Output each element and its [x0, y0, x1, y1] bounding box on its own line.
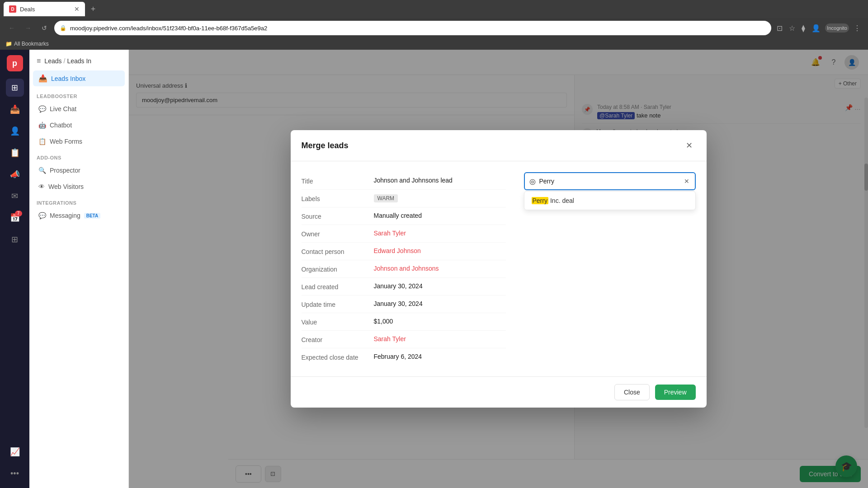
new-tab-button[interactable]: + — [87, 3, 99, 15]
sidebar-icon-mail[interactable]: ✉ — [6, 187, 24, 205]
prospector-label: Prospector — [50, 167, 80, 174]
prospector-icon: 🔍 — [38, 167, 46, 174]
app-container: p ⊞ 📥 👤 📋 📣 ✉ 📅 7 ⊞ 📈 ••• ≡ Leads / Lead… — [0, 50, 868, 488]
notification-count-badge: 7 — [15, 211, 22, 216]
chatbot-icon: 🤖 — [38, 122, 46, 129]
close-date-value: February 6, 2024 — [374, 353, 506, 360]
target-icon: ◎ — [529, 177, 536, 186]
profile-icon[interactable]: 👤 — [810, 22, 822, 34]
created-value: January 30, 2024 — [374, 282, 506, 290]
source-value: Manually created — [374, 212, 506, 219]
close-button[interactable]: Close — [614, 384, 650, 400]
created-label: Lead created — [302, 282, 374, 291]
breadcrumb: Leads / Leads In — [44, 57, 91, 65]
sidebar-item-live-chat[interactable]: 💬 Live Chat — [33, 102, 125, 116]
search-container: ◎ ✕ Perry Inc. deal — [524, 172, 696, 190]
extension-icon[interactable]: ⧫ — [800, 22, 807, 34]
modal-body: Title Johnson and Johnsons lead Labels W… — [291, 161, 707, 376]
tab-title: Deals — [20, 6, 35, 13]
sidebar-icon-leads[interactable]: 📥 — [6, 100, 24, 118]
sidebar-icon-megaphone[interactable]: 📣 — [6, 165, 24, 183]
web-forms-label: Web Forms — [50, 138, 82, 145]
modal-header: Merge leads ✕ — [291, 130, 707, 161]
modal-row-title: Title Johnson and Johnsons lead — [302, 172, 506, 190]
incognito-badge: Incognito — [825, 23, 849, 33]
forward-button[interactable]: → — [22, 22, 34, 34]
live-chat-icon: 💬 — [38, 105, 46, 113]
sidebar-item-leads-inbox[interactable]: 📥 Leads Inbox — [33, 70, 125, 86]
address-text: moodjoy.pipedrive.com/leads/inbox/51f234… — [70, 25, 766, 32]
sidebar-icon-contacts[interactable]: 👤 — [6, 122, 24, 140]
modal-overlay[interactable]: Merge leads ✕ Title Johnson and Johnsons… — [129, 50, 868, 488]
sidebar-icon-activities[interactable]: 📋 — [6, 144, 24, 162]
org-value[interactable]: Johnson and Johnsons — [374, 265, 506, 272]
app-logo[interactable]: p — [7, 55, 23, 71]
sidebar-item-web-visitors[interactable]: 👁 Web Visitors — [33, 179, 125, 194]
cast-icon[interactable]: ⊡ — [775, 22, 784, 34]
modal-footer: Close Preview — [291, 376, 707, 408]
modal-row-updated: Update time January 30, 2024 — [302, 296, 506, 313]
title-value: Johnson and Johnsons lead — [374, 177, 506, 184]
web-forms-icon: 📋 — [38, 138, 46, 145]
reload-button[interactable]: ↺ — [38, 22, 51, 34]
address-lock-icon: 🔒 — [60, 25, 66, 31]
modal-row-close-date: Expected close date February 6, 2024 — [302, 348, 506, 366]
inbox-icon: 📥 — [38, 74, 47, 83]
merge-leads-modal: Merge leads ✕ Title Johnson and Johnsons… — [291, 130, 707, 408]
owner-value[interactable]: Sarah Tyler — [374, 230, 506, 237]
search-clear-icon[interactable]: ✕ — [683, 177, 690, 186]
modal-row-created: Lead created January 30, 2024 — [302, 278, 506, 296]
sec-sidebar-header: ≡ Leads / Leads In — [29, 50, 128, 69]
modal-row-org: Organization Johnson and Johnsons — [302, 260, 506, 278]
org-label: Organization — [302, 265, 374, 273]
sidebar-item-web-forms[interactable]: 📋 Web Forms — [33, 134, 125, 149]
browser-chrome: D Deals ✕ + ← → ↺ 🔒 moodjoy.pipedrive.co… — [0, 0, 868, 50]
integrations-section-label: INTEGRATIONS — [29, 195, 128, 207]
merge-search-input[interactable] — [539, 178, 679, 185]
leadbooster-section-label: LEADBOOSTER — [29, 88, 128, 101]
menu-icon[interactable]: ⋮ — [852, 22, 863, 34]
close-date-label: Expected close date — [302, 353, 374, 361]
address-bar[interactable]: 🔒 moodjoy.pipedrive.com/leads/inbox/51f2… — [54, 21, 771, 35]
creator-value[interactable]: Sarah Tyler — [374, 335, 506, 343]
bookmark-icon[interactable]: ☆ — [787, 22, 797, 34]
modal-right-panel: ◎ ✕ Perry Inc. deal — [524, 172, 696, 366]
sidebar-icon-calendar[interactable]: 📅 7 — [6, 209, 24, 227]
back-button[interactable]: ← — [5, 22, 18, 34]
contact-value[interactable]: Edward Johnson — [374, 247, 506, 254]
sidebar-item-prospector[interactable]: 🔍 Prospector — [33, 163, 125, 178]
breadcrumb-inbox[interactable]: Leads In — [67, 57, 91, 65]
tab-favicon: D — [9, 5, 16, 13]
sidebar-icon-more[interactable]: ••• — [6, 465, 24, 483]
sidebar-icon-chart[interactable]: 📈 — [6, 443, 24, 461]
warm-badge: WARM — [374, 194, 398, 202]
sidebar-item-chatbot[interactable]: 🤖 Chatbot — [33, 118, 125, 132]
modal-close-button[interactable]: ✕ — [683, 139, 696, 152]
tab-close-icon[interactable]: ✕ — [74, 5, 80, 13]
breadcrumb-leads[interactable]: Leads — [44, 57, 61, 65]
bookmarks-bar: 📁 All Bookmarks — [0, 38, 868, 50]
search-dropdown: Perry Inc. deal — [524, 191, 696, 210]
secondary-sidebar: ≡ Leads / Leads In 📥 Leads Inbox LEADBOO… — [29, 50, 129, 488]
sidebar-icon-grid[interactable]: ⊞ — [6, 230, 24, 249]
highlight-perry: Perry — [532, 197, 548, 204]
sidebar-item-messaging[interactable]: 💬 Messaging BETA — [33, 208, 125, 223]
all-bookmarks-link[interactable]: 📁 All Bookmarks — [5, 41, 49, 47]
web-visitors-label: Web Visitors — [48, 183, 84, 190]
source-label: Source — [302, 212, 374, 220]
preview-button[interactable]: Preview — [655, 385, 696, 400]
modal-row-creator: Creator Sarah Tyler — [302, 331, 506, 348]
modal-title: Merge leads — [302, 141, 349, 150]
live-chat-label: Live Chat — [50, 105, 76, 113]
sidebar-icon-home[interactable]: ⊞ — [6, 79, 24, 97]
modal-row-value: Value $1,000 — [302, 313, 506, 331]
sidebar-menu-icon[interactable]: ≡ — [37, 57, 41, 65]
addons-section-label: ADD-ONS — [29, 150, 128, 162]
value-value: $1,000 — [374, 318, 506, 325]
browser-tab[interactable]: D Deals ✕ — [4, 2, 85, 16]
labels-label: Labels — [302, 194, 374, 202]
updated-value: January 30, 2024 — [374, 300, 506, 307]
dropdown-item-perry[interactable]: Perry Inc. deal — [524, 192, 695, 210]
web-visitors-icon: 👁 — [38, 183, 45, 190]
modal-row-labels: Labels WARM — [302, 190, 506, 207]
